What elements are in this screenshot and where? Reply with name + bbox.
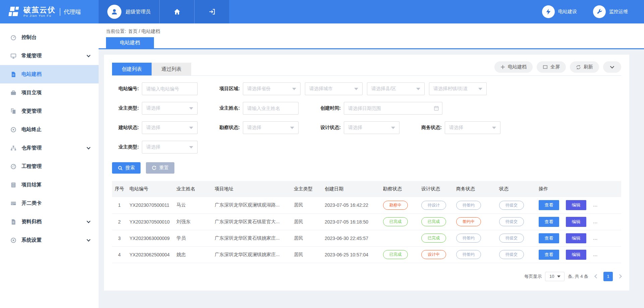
sidebar-item-open-class2-card[interactable]: 开二类卡: [0, 194, 99, 212]
status-badge: 已完成: [383, 217, 408, 226]
next-page-button[interactable]: [618, 274, 622, 279]
search-button[interactable]: 搜索: [112, 162, 141, 174]
sidebar-item-general-management[interactable]: 常规管理: [0, 47, 99, 65]
quick-link-label: 电站建设: [558, 9, 577, 15]
sidebar-item-station-termination[interactable]: 电站终止: [0, 120, 99, 139]
caret-down-icon: [391, 127, 395, 129]
status-badge: 已完成: [421, 234, 446, 243]
view-button[interactable]: 查看: [539, 217, 559, 227]
view-button[interactable]: 查看: [539, 200, 559, 210]
copy-icon: [10, 108, 17, 115]
edit-button[interactable]: 编辑: [566, 217, 586, 227]
sidebar-item-warehouse-management[interactable]: 仓库管理: [0, 139, 99, 157]
region-label: 项目区域:: [213, 86, 240, 92]
town-select[interactable]: 请选择村镇/街道: [429, 82, 487, 95]
edit-button[interactable]: 编辑: [566, 233, 586, 243]
business-status-select[interactable]: 请选择: [445, 121, 500, 134]
search-icon: [118, 166, 123, 171]
sidebar-item-project-initiation[interactable]: 项目立项: [0, 83, 99, 102]
caret-down-icon: [478, 88, 482, 90]
plus-icon: [500, 65, 505, 69]
table-row: 4 YX2023062500004 姚忠 广东深圳龙华区观澜镇姚家庄... 居民…: [112, 246, 621, 263]
status-badge: 已完成: [421, 217, 446, 226]
view-button[interactable]: 查看: [539, 233, 559, 243]
void-button[interactable]: 作废: [593, 217, 613, 227]
create-time-range-input[interactable]: [344, 102, 442, 115]
page-tab-station-filing[interactable]: 电站建档: [106, 37, 154, 48]
reset-icon: [152, 166, 157, 171]
home-button[interactable]: [159, 0, 194, 23]
home-icon: [173, 8, 181, 15]
caret-down-icon: [290, 127, 294, 129]
owner-name-input[interactable]: [243, 102, 299, 115]
per-page-select[interactable]: 10: [545, 272, 565, 281]
caret-down-icon: [292, 88, 296, 90]
status-badge: 待签约: [456, 250, 481, 259]
breadcrumb-prefix: 当前位置:: [106, 28, 126, 35]
edit-button[interactable]: 编辑: [566, 200, 586, 210]
city-select[interactable]: 请选择城市: [305, 82, 363, 95]
county-select[interactable]: 请选择县/区: [367, 82, 425, 95]
edit-button[interactable]: 编辑: [566, 250, 586, 260]
content-area: 当前位置: 首页 / 电站建档 电站建档 创建列表 通过列表 电站建档: [99, 23, 644, 308]
caret-down-icon: [354, 88, 358, 90]
bolt-icon: [542, 5, 555, 18]
reset-button[interactable]: 重置: [146, 162, 174, 174]
build-status-select[interactable]: 请选择: [142, 121, 198, 134]
owner-name-label: 业主姓名:: [213, 105, 240, 111]
sidebar-item-station-filing[interactable]: 电站建档: [0, 65, 99, 83]
total-count-text: 条, 共 4 条: [568, 273, 588, 280]
station-code-input[interactable]: [142, 82, 198, 95]
design-status-select[interactable]: 请选择: [344, 121, 399, 134]
logout-icon: [208, 8, 216, 15]
sidebar-item-data-archive[interactable]: 资料归档: [0, 212, 99, 231]
filter-form: 电站编号: 项目区域: 请选择省份 请选择城市: [112, 82, 621, 174]
void-button[interactable]: 作废: [593, 233, 613, 243]
sidebar-item-change-management[interactable]: 变更管理: [0, 102, 99, 120]
refresh-button[interactable]: 刷新: [570, 61, 599, 73]
header-spacer: [229, 0, 542, 23]
survey-status-select[interactable]: 请选择: [243, 121, 299, 134]
dashboard-icon: [10, 34, 17, 41]
owner-type-select[interactable]: 请选择: [142, 102, 198, 115]
prev-page-button[interactable]: [594, 274, 599, 279]
per-page-prefix: 每页显示: [524, 273, 542, 280]
archive-icon: [10, 219, 17, 225]
sidebar-item-console[interactable]: 控制台: [0, 28, 99, 47]
chevron-down-icon: [87, 219, 90, 223]
header-quick-links: 电站建设 监控运维: [542, 0, 644, 23]
quick-link-operations[interactable]: 监控运维: [593, 5, 628, 18]
province-select[interactable]: 请选择省份: [243, 82, 301, 95]
user-menu[interactable]: 超级管理员: [99, 0, 159, 23]
logout-button[interactable]: [194, 0, 229, 23]
page-number-button[interactable]: 1: [603, 272, 613, 281]
sidebar-item-system-settings[interactable]: 系统设置: [0, 231, 99, 249]
table-row: 2 YX2023070500010 刘强东 广东深圳龙华区黄石镇星官大... 居…: [112, 213, 621, 230]
void-button[interactable]: 作废: [593, 250, 613, 260]
status-badge: 待提交: [499, 217, 524, 226]
void-button[interactable]: 作废: [593, 200, 613, 210]
sidebar-item-engineering-management[interactable]: 工程管理: [0, 157, 99, 176]
user-avatar[interactable]: [107, 5, 121, 19]
user-name: 超级管理员: [125, 9, 151, 15]
caret-down-icon: [189, 107, 193, 110]
table-header: 序号 电站编号 业主姓名 项目地址 业主类型 创建日期 勘察状态 设计状态 商务…: [112, 181, 621, 197]
chevron-down-icon: [87, 238, 90, 241]
sidebar-item-project-settlement[interactable]: 项目结算: [0, 176, 99, 194]
gauge-icon: [10, 163, 17, 170]
create-station-button[interactable]: 电站建档: [494, 61, 533, 73]
chevron-down-icon: [87, 145, 90, 149]
status-badge: 待提交: [499, 250, 524, 259]
view-button[interactable]: 查看: [539, 250, 559, 260]
owner-type2-label: 业主类型:: [112, 144, 139, 150]
settings-icon: [10, 237, 17, 244]
fullscreen-button[interactable]: 全屏: [537, 61, 566, 73]
tab-create-list[interactable]: 创建列表: [112, 63, 152, 75]
tab-passed-list[interactable]: 通过列表: [152, 63, 191, 75]
brand-title: 破茧云伏: [23, 6, 56, 14]
calculator-icon: [10, 182, 17, 188]
owner-type2-select[interactable]: 请选择: [142, 141, 198, 153]
caret-down-icon: [189, 146, 193, 148]
collapse-button[interactable]: [603, 61, 621, 73]
quick-link-construction[interactable]: 电站建设: [542, 5, 577, 18]
